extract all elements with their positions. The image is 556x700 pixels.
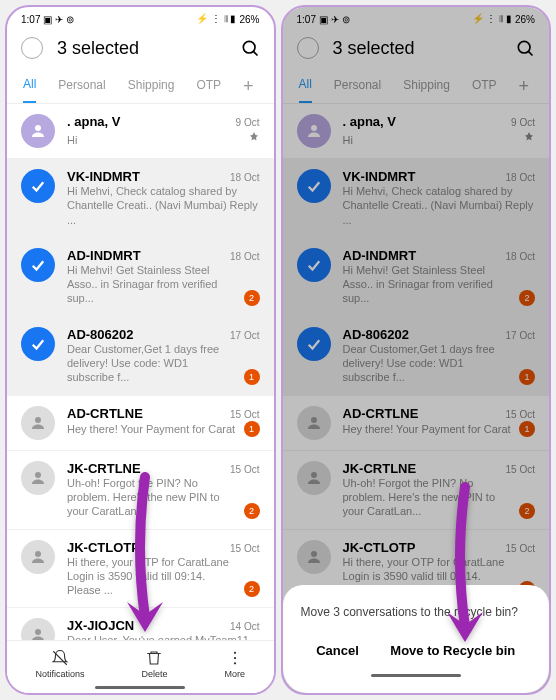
tab-all[interactable]: All xyxy=(23,69,36,103)
check-icon xyxy=(21,327,55,361)
unread-badge: 1 xyxy=(519,369,535,385)
message-preview: Uh-oh! Forgot the PIN? No problem. Here'… xyxy=(67,476,236,519)
message-preview: Uh-oh! Forgot the PIN? No problem. Here'… xyxy=(343,476,512,519)
svg-point-11 xyxy=(518,41,530,53)
avatar xyxy=(297,461,331,495)
message-date: 17 Oct xyxy=(506,330,535,341)
search-icon[interactable] xyxy=(515,38,535,58)
message-date: 15 Oct xyxy=(506,543,535,554)
message-row[interactable]: . apna, V9 OctHi xyxy=(7,104,274,159)
tabs: All Personal Shipping OTP + xyxy=(283,69,550,104)
message-sender: JK-CRTLNE xyxy=(343,461,417,476)
select-all-circle[interactable] xyxy=(297,37,319,59)
unread-badge: 2 xyxy=(244,290,260,306)
tab-otp[interactable]: OTP xyxy=(472,70,497,102)
tab-shipping[interactable]: Shipping xyxy=(403,70,450,102)
message-preview: Dear Customer,Get 1 days free delivery! … xyxy=(343,342,512,385)
message-row[interactable]: VK-INDMRT18 OctHi Mehvi, Check catalog s… xyxy=(7,159,274,238)
tab-shipping[interactable]: Shipping xyxy=(128,70,175,102)
status-battery: 26% xyxy=(515,14,535,25)
message-sender: JK-CRTLNE xyxy=(67,461,141,476)
message-date: 15 Oct xyxy=(230,464,259,475)
svg-point-13 xyxy=(311,125,317,131)
message-preview: Hi Mehvi! Get Stainless Steel Asso.. in … xyxy=(343,263,512,306)
message-row[interactable]: JK-CRTLNE15 OctUh-oh! Forgot the PIN? No… xyxy=(283,451,550,530)
tab-add-icon[interactable]: + xyxy=(519,76,534,97)
status-battery: 26% xyxy=(239,14,259,25)
tab-add-icon[interactable]: + xyxy=(243,76,258,97)
home-indicator[interactable] xyxy=(95,686,185,689)
svg-point-9 xyxy=(234,657,236,659)
pin-icon xyxy=(523,129,535,147)
message-row[interactable]: AD-80620217 OctDear Customer,Get 1 days … xyxy=(7,317,274,396)
avatar xyxy=(21,461,55,495)
message-row[interactable]: AD-INDMRT18 OctHi Mehvi! Get Stainless S… xyxy=(7,238,274,317)
status-icons-right: ⚡ ⋮ ⫴ ▮ xyxy=(472,13,512,25)
delete-label: Delete xyxy=(141,669,167,679)
message-sender: VK-INDMRT xyxy=(67,169,140,184)
message-date: 15 Oct xyxy=(506,464,535,475)
message-list: . apna, V9 OctHiVK-INDMRT18 OctHi Mehvi,… xyxy=(283,104,550,663)
more-button[interactable]: More xyxy=(224,649,245,679)
message-sender: AD-CRTLNE xyxy=(67,406,143,421)
svg-point-8 xyxy=(234,652,236,654)
tab-otp[interactable]: OTP xyxy=(196,70,221,102)
tab-all[interactable]: All xyxy=(299,69,312,103)
unread-badge: 2 xyxy=(519,290,535,306)
message-row[interactable]: AD-INDMRT18 OctHi Mehvi! Get Stainless S… xyxy=(283,238,550,317)
message-row[interactable]: . apna, V9 OctHi xyxy=(283,104,550,159)
select-all-circle[interactable] xyxy=(21,37,43,59)
message-date: 15 Oct xyxy=(230,409,259,420)
tab-personal[interactable]: Personal xyxy=(334,70,381,102)
message-date: 9 Oct xyxy=(236,117,260,128)
unread-badge: 2 xyxy=(244,503,260,519)
confirm-button[interactable]: Move to Recycle bin xyxy=(380,637,525,664)
svg-point-4 xyxy=(35,472,41,478)
selection-count: 3 selected xyxy=(57,38,226,59)
svg-point-2 xyxy=(35,125,41,131)
message-row[interactable]: VK-INDMRT18 OctHi Mehvi, Check catalog s… xyxy=(283,159,550,238)
check-icon xyxy=(297,248,331,282)
recycle-dialog: Move 3 conversations to the recycle bin?… xyxy=(283,585,550,693)
message-preview: Hey there! Your Payment for Carat xyxy=(67,422,236,436)
notifications-button[interactable]: Notifications xyxy=(35,649,84,679)
delete-button[interactable]: Delete xyxy=(141,649,167,679)
message-row[interactable]: AD-CRTLNE15 OctHey there! Your Payment f… xyxy=(7,396,274,451)
avatar xyxy=(21,540,55,574)
message-row[interactable]: AD-80620217 OctDear Customer,Get 1 days … xyxy=(283,317,550,396)
bell-off-icon xyxy=(51,649,69,667)
svg-line-1 xyxy=(253,51,257,55)
status-time: 1:07 xyxy=(21,14,40,25)
notifications-label: Notifications xyxy=(35,669,84,679)
message-preview: Dear Customer,Get 1 days free delivery! … xyxy=(67,342,236,385)
message-preview: Hey there! Your Payment for Carat xyxy=(343,422,512,436)
home-indicator[interactable] xyxy=(371,674,461,677)
message-sender: AD-806202 xyxy=(343,327,410,342)
message-sender: AD-INDMRT xyxy=(343,248,417,263)
message-sender: VK-INDMRT xyxy=(343,169,416,184)
svg-point-16 xyxy=(311,551,317,557)
svg-point-6 xyxy=(35,629,41,635)
svg-point-3 xyxy=(35,417,41,423)
message-date: 18 Oct xyxy=(230,251,259,262)
tab-personal[interactable]: Personal xyxy=(58,70,105,102)
cancel-button[interactable]: Cancel xyxy=(306,637,369,664)
pin-icon xyxy=(248,129,260,147)
message-row[interactable]: JK-CRTLNE15 OctUh-oh! Forgot the PIN? No… xyxy=(7,451,274,530)
message-row[interactable]: AD-CRTLNE15 OctHey there! Your Payment f… xyxy=(283,396,550,451)
message-date: 15 Oct xyxy=(506,409,535,420)
message-preview: Hi Mehvi, Check catalog shared by Chante… xyxy=(343,184,536,227)
status-bar: 1:07 ▣ ✈ ⊚ ⚡ ⋮ ⫴ ▮ 26% xyxy=(7,7,274,27)
message-sender: JK-CTLOTP xyxy=(343,540,416,555)
unread-badge: 1 xyxy=(244,421,260,437)
search-icon[interactable] xyxy=(240,38,260,58)
message-row[interactable]: JK-CTLOTP15 OctHi there, your OTP for Ca… xyxy=(7,530,274,609)
svg-point-14 xyxy=(311,417,317,423)
message-date: 9 Oct xyxy=(511,117,535,128)
svg-point-15 xyxy=(311,472,317,478)
message-sender: JK-CTLOTP xyxy=(67,540,140,555)
tabs: All Personal Shipping OTP + xyxy=(7,69,274,104)
status-icons-left: ▣ ✈ ⊚ xyxy=(319,14,350,25)
phone-right: 1:07 ▣ ✈ ⊚ ⚡ ⋮ ⫴ ▮ 26% 3 selected All Pe… xyxy=(281,5,552,695)
dialog-message: Move 3 conversations to the recycle bin? xyxy=(301,605,532,619)
